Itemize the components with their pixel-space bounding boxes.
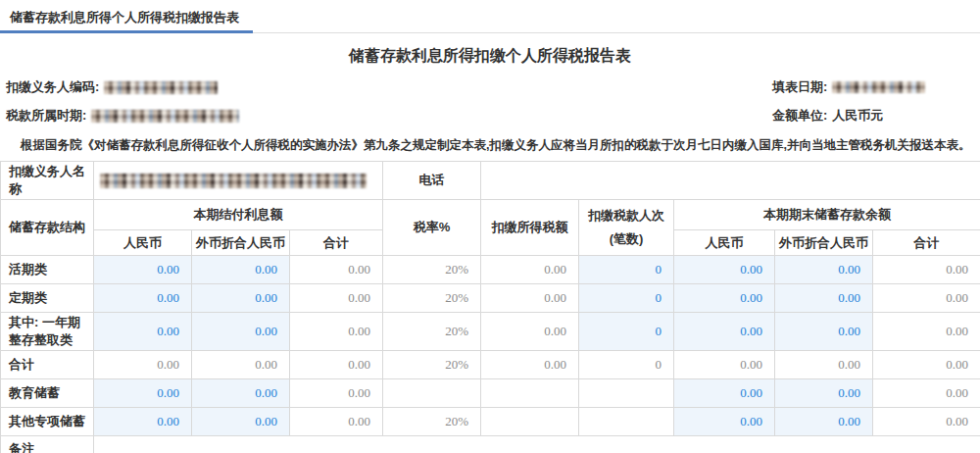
tax-rate-cell: 20% bbox=[383, 351, 481, 379]
count-cell[interactable]: 0 bbox=[579, 313, 674, 351]
balance-group-header: 本期期末储蓄存款余额 bbox=[674, 200, 980, 230]
instruction-text: 根据国务院《对储蓄存款利息所得征收个人所得税的实施办法》第九条之规定制定本表,扣… bbox=[0, 137, 980, 154]
balance-rmb-cell: 0.00 bbox=[674, 351, 775, 379]
agent-name-value-cell[interactable] bbox=[94, 162, 383, 200]
row-label-other-special-savings: 其他专项储蓄 bbox=[1, 408, 94, 436]
interest-foreign-cell[interactable]: 0.00 bbox=[192, 408, 290, 436]
tab-label: 储蓄存款利息所得个人所得税扣缴报告表 bbox=[10, 10, 239, 25]
table-row-one-year-lump: 其中: 一年期整存整取类0.000.000.0020%0.0000.000.00… bbox=[1, 313, 980, 351]
count-cell: 0 bbox=[579, 351, 674, 379]
count-cell[interactable]: 0 bbox=[579, 284, 674, 313]
balance-total-cell: 0.00 bbox=[873, 351, 980, 379]
balance-rmb-cell[interactable]: 0.00 bbox=[674, 379, 775, 408]
interest-foreign-cell: 0.00 bbox=[192, 351, 290, 379]
balance-total-cell: 0.00 bbox=[873, 379, 980, 408]
tax-rate-cell: 20% bbox=[383, 284, 481, 313]
table-row-time-deposit: 定期类0.000.000.0020%0.0000.000.000.00 bbox=[1, 284, 980, 313]
withheld-tax-column-header: 扣缴所得税额 bbox=[481, 200, 579, 256]
agent-code-label: 扣缴义务人编码: bbox=[6, 78, 99, 96]
count-cell[interactable]: 0 bbox=[579, 256, 674, 284]
balance-foreign-cell[interactable]: 0.00 bbox=[775, 313, 873, 351]
tax-period-label: 税款所属时期: bbox=[6, 107, 86, 125]
tax-rate-cell bbox=[383, 379, 481, 408]
withheld-tax-cell: 0.00 bbox=[481, 351, 579, 379]
row-label-current-deposit: 活期类 bbox=[1, 256, 94, 284]
fill-date-label: 填表日期: bbox=[772, 78, 827, 96]
row-label-total: 合计 bbox=[1, 351, 94, 379]
withheld-tax-cell bbox=[481, 408, 579, 436]
remarks-value-cell[interactable] bbox=[94, 436, 980, 453]
withheld-tax-cell: 0.00 bbox=[481, 313, 579, 351]
amount-unit-label: 金额单位: bbox=[772, 107, 827, 125]
balance-foreign-cell[interactable]: 0.00 bbox=[775, 379, 873, 408]
interest-rmb-cell: 0.00 bbox=[94, 351, 192, 379]
interest-total-cell: 0.00 bbox=[290, 256, 383, 284]
balance-rmb-cell[interactable]: 0.00 bbox=[674, 408, 775, 436]
interest-foreign-cell[interactable]: 0.00 bbox=[192, 379, 290, 408]
count-column-header: 扣缴税款人次 (笔数) bbox=[579, 200, 674, 256]
form-content: 储蓄存款利息所得扣缴个人所得税报告表 扣缴义务人编码: 填表日期: 税款所属时期… bbox=[0, 46, 980, 453]
balance-rmb-cell[interactable]: 0.00 bbox=[674, 256, 775, 284]
balance-total-cell: 0.00 bbox=[873, 408, 980, 436]
tab-savings-tax-report[interactable]: 储蓄存款利息所得个人所得税扣缴报告表 bbox=[0, 0, 249, 32]
interest-total-cell: 0.00 bbox=[290, 408, 383, 436]
balance-total-cell: 0.00 bbox=[873, 256, 980, 284]
agent-name-redacted-value bbox=[100, 174, 367, 188]
withheld-tax-cell bbox=[481, 379, 579, 408]
count-cell bbox=[579, 379, 674, 408]
tax-rate-cell: 20% bbox=[383, 256, 481, 284]
interest-rmb-cell[interactable]: 0.00 bbox=[94, 379, 192, 408]
page-title: 储蓄存款利息所得扣缴个人所得税报告表 bbox=[0, 46, 980, 67]
interest-total-cell: 0.00 bbox=[290, 313, 383, 351]
amount-unit-value: 人民币元 bbox=[832, 107, 883, 125]
interest-total-header: 合计 bbox=[290, 230, 383, 256]
balance-foreign-cell[interactable]: 0.00 bbox=[775, 256, 873, 284]
balance-total-cell: 0.00 bbox=[873, 284, 980, 313]
phone-value-cell[interactable] bbox=[481, 162, 980, 200]
withheld-tax-cell: 0.00 bbox=[481, 284, 579, 313]
count-header-line2: (笔数) bbox=[580, 227, 672, 251]
tax-period-redacted-value bbox=[91, 110, 239, 123]
agent-code-redacted-value bbox=[104, 81, 218, 94]
fill-date-redacted-value bbox=[832, 81, 925, 93]
balance-foreign-cell[interactable]: 0.00 bbox=[775, 284, 873, 313]
balance-foreign-cell[interactable]: 0.00 bbox=[775, 408, 873, 436]
interest-foreign-cell[interactable]: 0.00 bbox=[192, 313, 290, 351]
row-label-education-savings: 教育储蓄 bbox=[1, 379, 94, 408]
count-cell bbox=[579, 408, 674, 436]
balance-rmb-header: 人民币 bbox=[674, 230, 775, 256]
interest-total-cell: 0.00 bbox=[290, 379, 383, 408]
agent-info-row: 扣缴义务人名称 电话 bbox=[1, 162, 980, 200]
count-header-line1: 扣缴税款人次 bbox=[580, 204, 672, 227]
balance-foreign-header: 外币折合人民币 bbox=[775, 230, 873, 256]
balance-total-cell: 0.00 bbox=[873, 313, 980, 351]
interest-rmb-cell[interactable]: 0.00 bbox=[94, 284, 192, 313]
tax-rate-cell: 20% bbox=[383, 313, 481, 351]
interest-foreign-cell[interactable]: 0.00 bbox=[192, 284, 290, 313]
interest-rmb-cell[interactable]: 0.00 bbox=[94, 256, 192, 284]
balance-rmb-cell[interactable]: 0.00 bbox=[674, 284, 775, 313]
interest-foreign-cell[interactable]: 0.00 bbox=[192, 256, 290, 284]
rate-column-header: 税率% bbox=[383, 200, 481, 256]
interest-rmb-cell[interactable]: 0.00 bbox=[94, 408, 192, 436]
interest-total-cell: 0.00 bbox=[290, 351, 383, 379]
interest-group-header: 本期结付利息额 bbox=[94, 200, 383, 230]
row-label-time-deposit: 定期类 bbox=[1, 284, 94, 313]
remarks-row: 备注 bbox=[1, 436, 980, 453]
structure-column-header: 储蓄存款结构 bbox=[1, 200, 94, 256]
info-row-2: 税款所属时期: 金额单位: 人民币元 bbox=[0, 107, 980, 125]
phone-label: 电话 bbox=[383, 162, 481, 200]
balance-rmb-cell[interactable]: 0.00 bbox=[674, 313, 775, 351]
report-table: 扣缴义务人名称 电话 储蓄存款结构 本期结付利息额 税率% 扣缴所得税额 扣缴税… bbox=[0, 161, 980, 453]
interest-rmb-cell[interactable]: 0.00 bbox=[94, 313, 192, 351]
remarks-label: 备注 bbox=[1, 436, 94, 453]
tab-bar: 储蓄存款利息所得个人所得税扣缴报告表 bbox=[0, 0, 980, 33]
interest-rmb-header: 人民币 bbox=[94, 230, 192, 256]
interest-foreign-header: 外币折合人民币 bbox=[192, 230, 290, 256]
table-row-other-special-savings: 其他专项储蓄0.000.000.0020%0.000.000.00 bbox=[1, 408, 980, 436]
balance-total-header: 合计 bbox=[873, 230, 980, 256]
row-label-one-year-lump: 其中: 一年期整存整取类 bbox=[1, 313, 94, 351]
withheld-tax-cell: 0.00 bbox=[481, 256, 579, 284]
balance-foreign-cell: 0.00 bbox=[775, 351, 873, 379]
table-row-education-savings: 教育储蓄0.000.000.000.000.000.00 bbox=[1, 379, 980, 408]
